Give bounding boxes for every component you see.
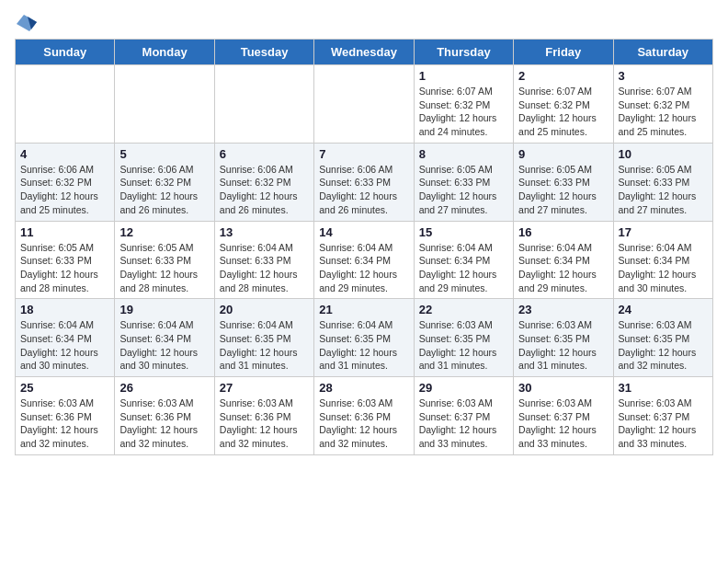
calendar-cell: 31Sunrise: 6:03 AM Sunset: 6:37 PM Dayli… <box>613 377 712 455</box>
day-info: Sunrise: 6:04 AM Sunset: 6:34 PM Dayligh… <box>419 241 508 295</box>
day-of-week-header: Wednesday <box>314 40 414 65</box>
day-number: 21 <box>319 303 408 316</box>
day-number: 5 <box>119 147 209 161</box>
calendar-cell: 24Sunrise: 6:03 AM Sunset: 6:35 PM Dayli… <box>613 299 712 377</box>
calendar-cell: 4Sunrise: 6:06 AM Sunset: 6:32 PM Daylig… <box>16 143 115 221</box>
day-number: 26 <box>119 381 209 395</box>
calendar-week-row: 4Sunrise: 6:06 AM Sunset: 6:32 PM Daylig… <box>16 143 713 221</box>
day-of-week-header: Monday <box>115 40 214 65</box>
day-number: 14 <box>319 225 408 239</box>
day-number: 17 <box>619 225 708 239</box>
calendar-header-row: SundayMondayTuesdayWednesdayThursdayFrid… <box>16 40 713 65</box>
day-info: Sunrise: 6:04 AM Sunset: 6:34 PM Dayligh… <box>619 241 708 295</box>
logo-icon <box>17 15 37 31</box>
day-number: 30 <box>518 381 608 395</box>
calendar-cell: 14Sunrise: 6:04 AM Sunset: 6:34 PM Dayli… <box>314 221 414 299</box>
day-number: 31 <box>619 381 708 395</box>
day-of-week-header: Sunday <box>16 40 115 65</box>
day-number: 20 <box>220 303 309 316</box>
calendar-week-row: 11Sunrise: 6:05 AM Sunset: 6:33 PM Dayli… <box>16 221 713 299</box>
day-number: 15 <box>419 225 508 239</box>
calendar-cell: 16Sunrise: 6:04 AM Sunset: 6:34 PM Dayli… <box>514 221 613 299</box>
day-info: Sunrise: 6:04 AM Sunset: 6:34 PM Dayligh… <box>319 241 408 295</box>
calendar-cell: 23Sunrise: 6:03 AM Sunset: 6:35 PM Dayli… <box>514 299 613 377</box>
day-number: 7 <box>319 147 408 161</box>
calendar-cell: 29Sunrise: 6:03 AM Sunset: 6:37 PM Dayli… <box>414 377 513 455</box>
day-info: Sunrise: 6:06 AM Sunset: 6:33 PM Dayligh… <box>319 163 408 217</box>
day-number: 19 <box>119 303 209 316</box>
day-number: 18 <box>20 303 109 316</box>
calendar-cell: 1Sunrise: 6:07 AM Sunset: 6:32 PM Daylig… <box>414 65 513 144</box>
calendar-cell <box>115 65 214 144</box>
day-info: Sunrise: 6:03 AM Sunset: 6:37 PM Dayligh… <box>518 396 608 451</box>
day-number: 13 <box>220 225 309 239</box>
day-number: 25 <box>20 381 109 395</box>
calendar-cell: 11Sunrise: 6:05 AM Sunset: 6:33 PM Dayli… <box>16 221 115 299</box>
day-number: 29 <box>419 381 508 395</box>
calendar-cell: 20Sunrise: 6:04 AM Sunset: 6:35 PM Dayli… <box>214 299 313 377</box>
day-info: Sunrise: 6:03 AM Sunset: 6:36 PM Dayligh… <box>20 396 109 451</box>
day-info: Sunrise: 6:05 AM Sunset: 6:33 PM Dayligh… <box>619 163 708 217</box>
day-info: Sunrise: 6:04 AM Sunset: 6:35 PM Dayligh… <box>319 318 408 373</box>
day-info: Sunrise: 6:05 AM Sunset: 6:33 PM Dayligh… <box>518 163 608 217</box>
calendar-cell: 19Sunrise: 6:04 AM Sunset: 6:34 PM Dayli… <box>115 299 214 377</box>
day-info: Sunrise: 6:03 AM Sunset: 6:36 PM Dayligh… <box>119 396 209 451</box>
day-number: 12 <box>119 225 209 239</box>
day-number: 3 <box>619 69 708 83</box>
day-of-week-header: Tuesday <box>214 40 313 65</box>
page-header <box>15 15 713 28</box>
calendar-week-row: 1Sunrise: 6:07 AM Sunset: 6:32 PM Daylig… <box>16 65 713 144</box>
calendar-table: SundayMondayTuesdayWednesdayThursdayFrid… <box>15 39 713 455</box>
day-info: Sunrise: 6:07 AM Sunset: 6:32 PM Dayligh… <box>419 85 508 139</box>
calendar-cell: 3Sunrise: 6:07 AM Sunset: 6:32 PM Daylig… <box>613 65 712 144</box>
day-info: Sunrise: 6:05 AM Sunset: 6:33 PM Dayligh… <box>20 241 109 295</box>
calendar-cell: 30Sunrise: 6:03 AM Sunset: 6:37 PM Dayli… <box>514 377 613 455</box>
day-info: Sunrise: 6:05 AM Sunset: 6:33 PM Dayligh… <box>119 241 209 295</box>
calendar-cell: 22Sunrise: 6:03 AM Sunset: 6:35 PM Dayli… <box>414 299 513 377</box>
day-number: 6 <box>220 147 309 161</box>
calendar-cell: 13Sunrise: 6:04 AM Sunset: 6:33 PM Dayli… <box>214 221 313 299</box>
calendar-cell: 17Sunrise: 6:04 AM Sunset: 6:34 PM Dayli… <box>613 221 712 299</box>
day-info: Sunrise: 6:03 AM Sunset: 6:35 PM Dayligh… <box>518 318 608 373</box>
day-info: Sunrise: 6:06 AM Sunset: 6:32 PM Dayligh… <box>220 163 309 217</box>
day-of-week-header: Thursday <box>414 40 513 65</box>
day-number: 27 <box>220 381 309 395</box>
logo <box>15 15 37 28</box>
day-info: Sunrise: 6:03 AM Sunset: 6:35 PM Dayligh… <box>419 318 508 373</box>
day-info: Sunrise: 6:04 AM Sunset: 6:35 PM Dayligh… <box>220 318 309 373</box>
calendar-cell: 21Sunrise: 6:04 AM Sunset: 6:35 PM Dayli… <box>314 299 414 377</box>
calendar-cell <box>314 65 414 144</box>
calendar-cell: 27Sunrise: 6:03 AM Sunset: 6:36 PM Dayli… <box>214 377 313 455</box>
calendar-cell: 28Sunrise: 6:03 AM Sunset: 6:36 PM Dayli… <box>314 377 414 455</box>
day-info: Sunrise: 6:05 AM Sunset: 6:33 PM Dayligh… <box>419 163 508 217</box>
day-info: Sunrise: 6:03 AM Sunset: 6:37 PM Dayligh… <box>619 396 708 451</box>
day-info: Sunrise: 6:04 AM Sunset: 6:34 PM Dayligh… <box>518 241 608 295</box>
calendar-cell: 7Sunrise: 6:06 AM Sunset: 6:33 PM Daylig… <box>314 143 414 221</box>
calendar-cell: 8Sunrise: 6:05 AM Sunset: 6:33 PM Daylig… <box>414 143 513 221</box>
day-info: Sunrise: 6:04 AM Sunset: 6:34 PM Dayligh… <box>20 318 109 373</box>
calendar-cell: 10Sunrise: 6:05 AM Sunset: 6:33 PM Dayli… <box>613 143 712 221</box>
day-info: Sunrise: 6:03 AM Sunset: 6:36 PM Dayligh… <box>319 396 408 451</box>
day-number: 2 <box>518 69 608 83</box>
day-number: 24 <box>619 303 708 316</box>
day-info: Sunrise: 6:06 AM Sunset: 6:32 PM Dayligh… <box>20 163 109 217</box>
calendar-cell <box>16 65 115 144</box>
calendar-cell: 18Sunrise: 6:04 AM Sunset: 6:34 PM Dayli… <box>16 299 115 377</box>
day-number: 28 <box>319 381 408 395</box>
calendar-week-row: 25Sunrise: 6:03 AM Sunset: 6:36 PM Dayli… <box>16 377 713 455</box>
calendar-cell: 6Sunrise: 6:06 AM Sunset: 6:32 PM Daylig… <box>214 143 313 221</box>
day-info: Sunrise: 6:03 AM Sunset: 6:36 PM Dayligh… <box>220 396 309 451</box>
calendar-cell: 15Sunrise: 6:04 AM Sunset: 6:34 PM Dayli… <box>414 221 513 299</box>
day-info: Sunrise: 6:07 AM Sunset: 6:32 PM Dayligh… <box>518 85 608 139</box>
calendar-cell: 26Sunrise: 6:03 AM Sunset: 6:36 PM Dayli… <box>115 377 214 455</box>
day-of-week-header: Friday <box>514 40 613 65</box>
day-number: 10 <box>619 147 708 161</box>
day-number: 16 <box>518 225 608 239</box>
calendar-cell: 12Sunrise: 6:05 AM Sunset: 6:33 PM Dayli… <box>115 221 214 299</box>
day-number: 4 <box>20 147 109 161</box>
calendar-cell: 5Sunrise: 6:06 AM Sunset: 6:32 PM Daylig… <box>115 143 214 221</box>
day-number: 22 <box>419 303 508 316</box>
day-number: 8 <box>419 147 508 161</box>
day-info: Sunrise: 6:03 AM Sunset: 6:35 PM Dayligh… <box>619 318 708 373</box>
day-info: Sunrise: 6:03 AM Sunset: 6:37 PM Dayligh… <box>419 396 508 451</box>
